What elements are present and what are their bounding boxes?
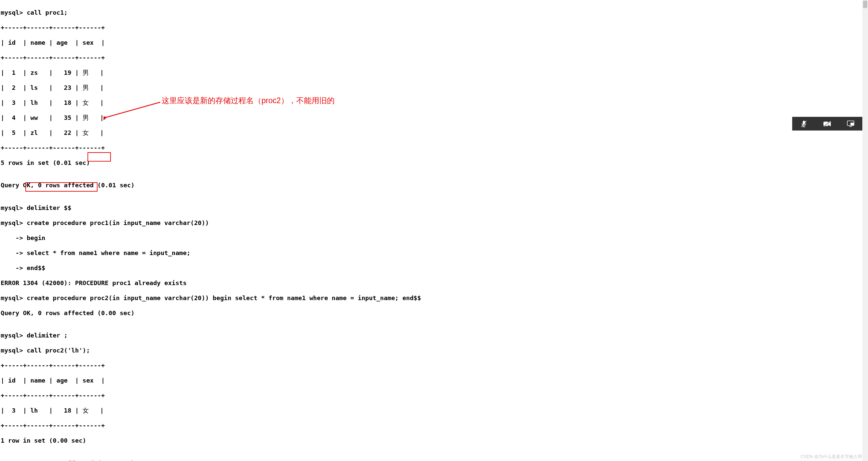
line: +-----+------+------+------+ [1,144,867,152]
line: 5 rows in set (0.01 sec) [1,159,867,167]
line: 1 row in set (0.00 sec) [1,437,867,444]
line: +-----+------+------+------+ [1,392,867,400]
camera-off-icon [823,121,831,127]
line: +-----+------+------+------+ [1,54,867,62]
screen-share-icon [847,121,854,127]
line: mysql> call proc2('lh'); [1,347,867,355]
microphone-muted-icon [801,120,807,128]
vertical-scrollbar[interactable] [862,0,868,461]
microphone-button[interactable] [792,117,815,131]
line: +-----+------+------+------+ [1,24,867,32]
line: mysql> delimiter $$ [1,204,867,212]
svg-rect-9 [850,123,854,125]
line: Query OK, 0 rows affected (0.01 sec) [1,182,867,189]
line: Query OK, 0 rows affected (0.00 sec) [1,460,867,461]
line: | id | name | age | sex | [1,377,867,385]
line: | 3 | lh | 18 | 女 | [1,407,867,415]
line: mysql> create procedure proc2(in input_n… [1,294,867,302]
scrollbar-thumb[interactable] [863,1,867,8]
line: | 4 | ww | 35 | 男 | [1,114,867,122]
line: | 1 | zs | 19 | 男 | [1,69,867,77]
watermark-text: CSDN @为什么老是名字被占用 [801,453,862,461]
line: | 3 | lh | 18 | 女 | [1,99,867,107]
line: | 2 | ls | 23 | 男 | [1,84,867,92]
line: -> begin [1,234,867,242]
meeting-toolbar [792,117,862,131]
line: | id | name | age | sex | [1,39,867,47]
line: +-----+------+------+------+ [1,422,867,430]
line: Query OK, 0 rows affected (0.00 sec) [1,309,867,317]
line: -> end$$ [1,264,867,272]
line: mysql> call proc1; [1,9,867,17]
line: ERROR 1304 (42000): PROCEDURE proc1 alre… [1,279,867,287]
annotation-text: 这里应该是新的存储过程名（proc2），不能用旧的 [162,97,335,104]
camera-button[interactable] [815,117,839,131]
line: mysql> create procedure proc1(in input_n… [1,219,867,227]
line: | 5 | zl | 22 | 女 | [1,129,867,137]
line: -> select * from name1 where name = inpu… [1,250,867,257]
line: mysql> delimiter ; [1,332,867,339]
line: +-----+------+------+------+ [1,362,867,369]
screen-share-button[interactable] [839,117,862,131]
terminal-output[interactable]: mysql> call proc1; +-----+------+------+… [0,0,868,461]
